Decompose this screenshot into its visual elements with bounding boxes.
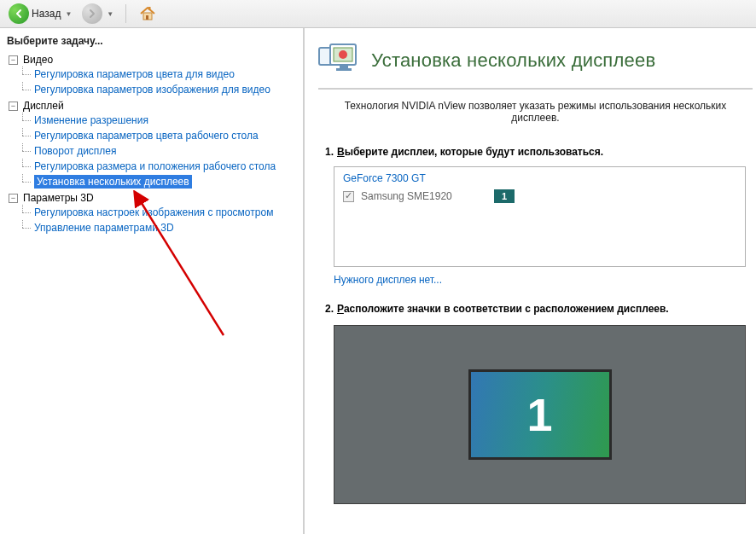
monitor-number: 1 bbox=[526, 388, 552, 441]
tree-link[interactable]: Управление параметрами 3D bbox=[34, 222, 174, 234]
tree-group-video: − Видео Регулировка параметров цвета для… bbox=[9, 52, 298, 98]
forward-button[interactable]: ▼ bbox=[79, 2, 117, 26]
tree-item[interactable]: Регулировка параметров изображения для в… bbox=[22, 82, 298, 97]
tree-link[interactable]: Регулировка параметров цвета для видео bbox=[34, 68, 235, 80]
step-number: 2. bbox=[325, 303, 334, 315]
svg-rect-8 bbox=[340, 66, 348, 68]
step-1-heading: 1.Выберите дисплеи, которые будут исполь… bbox=[318, 141, 753, 163]
step-accel: Р bbox=[337, 303, 344, 315]
tree-item[interactable]: Регулировка настроек изображения с просм… bbox=[22, 205, 298, 220]
tree-item[interactable]: Управление параметрами 3D bbox=[22, 220, 298, 235]
step-2-heading: 2.Расположите значки в соответствии с ра… bbox=[318, 298, 753, 320]
toolbar: Назад ▼ ▼ bbox=[0, 0, 756, 28]
sidebar: Выберите задачу... − Видео Регулировка п… bbox=[0, 28, 305, 534]
step-text: ыберите дисплеи, которые будут использов… bbox=[345, 146, 603, 158]
tree-item[interactable]: Поворот дисплея bbox=[22, 143, 298, 159]
tree-link[interactable]: Регулировка настроек изображения с просм… bbox=[34, 206, 273, 218]
display-selection-box: GeForce 7300 GT Samsung SME1920 1 bbox=[334, 166, 746, 267]
multi-display-icon bbox=[318, 41, 358, 80]
forward-dropdown-icon[interactable]: ▼ bbox=[107, 10, 113, 18]
tree-link[interactable]: Регулировка параметров цвета рабочего ст… bbox=[34, 130, 259, 142]
tree-group-label[interactable]: Параметры 3D bbox=[23, 191, 94, 205]
back-button[interactable]: Назад ▼ bbox=[5, 2, 75, 26]
tree-group-3d: − Параметры 3D Регулировка настроек изоб… bbox=[9, 190, 298, 236]
tree-link[interactable]: Регулировка размера и положения рабочего… bbox=[34, 160, 276, 172]
expander-icon[interactable]: − bbox=[9, 55, 18, 65]
gpu-name: GeForce 7300 GT bbox=[343, 172, 736, 184]
nav-tree: − Видео Регулировка параметров цвета для… bbox=[0, 52, 303, 241]
tree-item[interactable]: Регулировка размера и положения рабочего… bbox=[22, 159, 298, 174]
task-header: Выберите задачу... bbox=[0, 28, 303, 52]
tree-item[interactable]: Установка нескольких дисплеев bbox=[22, 174, 298, 189]
tree-link[interactable]: Поворот дисплея bbox=[34, 145, 117, 157]
tree-group-display: − Дисплей Изменение разрешения Регулиров… bbox=[9, 98, 298, 190]
tree-group-label[interactable]: Дисплей bbox=[23, 99, 64, 113]
back-label: Назад bbox=[32, 8, 61, 20]
step-text: асположите значки в соответствии с распо… bbox=[344, 303, 669, 315]
tree-item[interactable]: Изменение разрешения bbox=[22, 113, 298, 128]
display-checkbox[interactable] bbox=[343, 191, 354, 202]
step-number: 1. bbox=[325, 146, 334, 158]
tree-link-selected[interactable]: Установка нескольких дисплеев bbox=[34, 175, 192, 189]
tree-item[interactable]: Регулировка параметров цвета рабочего ст… bbox=[22, 128, 298, 143]
display-number-badge: 1 bbox=[494, 189, 515, 203]
tree-link[interactable]: Регулировка параметров изображения для в… bbox=[34, 84, 270, 96]
toolbar-separator bbox=[125, 4, 126, 23]
svg-rect-2 bbox=[146, 15, 148, 20]
step-accel: В bbox=[337, 146, 345, 158]
forward-arrow-icon bbox=[82, 3, 102, 24]
back-arrow-icon bbox=[9, 3, 29, 24]
display-row[interactable]: Samsung SME1920 1 bbox=[343, 189, 736, 203]
intro-text: Технология NVIDIA nView позволяет указат… bbox=[318, 90, 753, 141]
monitor-thumbnail[interactable]: 1 bbox=[468, 369, 612, 460]
content-pane: Установка нескольких дисплеев Технология… bbox=[305, 28, 756, 534]
display-label: Samsung SME1920 bbox=[361, 190, 452, 202]
tree-link[interactable]: Изменение разрешения bbox=[34, 114, 148, 126]
svg-rect-1 bbox=[148, 7, 151, 10]
tree-item[interactable]: Регулировка параметров цвета для видео bbox=[22, 67, 298, 82]
page-title: Установка нескольких дисплеев bbox=[371, 49, 655, 72]
page-header: Установка нескольких дисплеев bbox=[318, 33, 753, 90]
back-dropdown-icon[interactable]: ▼ bbox=[65, 10, 72, 18]
svg-rect-9 bbox=[336, 68, 352, 71]
display-arrangement-area[interactable]: 1 bbox=[334, 325, 746, 504]
tree-group-label[interactable]: Видео bbox=[23, 53, 53, 67]
expander-icon[interactable]: − bbox=[9, 102, 18, 111]
expander-icon[interactable]: − bbox=[9, 194, 18, 203]
home-button[interactable] bbox=[135, 3, 160, 25]
svg-point-7 bbox=[339, 50, 347, 59]
missing-display-link[interactable]: Нужного дисплея нет... bbox=[318, 270, 442, 298]
